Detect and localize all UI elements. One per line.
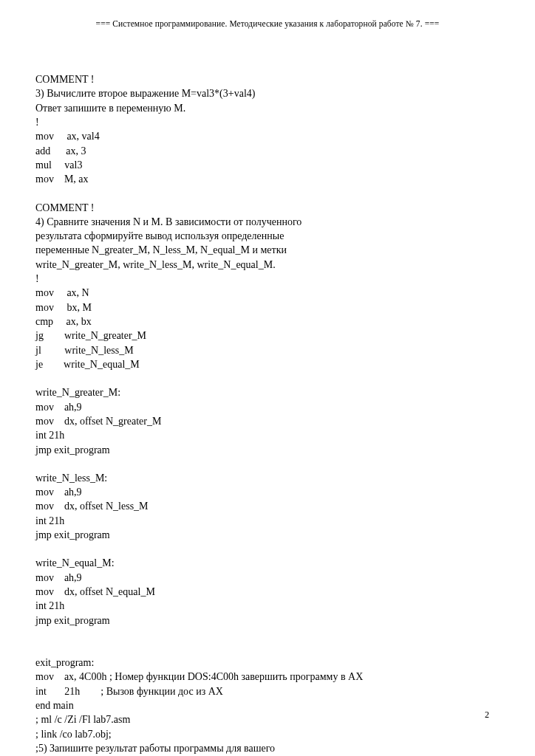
code-line: переменные N_greater_M, N_less_M, N_equa…: [35, 243, 500, 257]
code-line: ; ml /c /Zi /Fl lab7.asm: [35, 712, 500, 726]
blank-line: [35, 187, 500, 201]
code-line: !: [35, 115, 500, 129]
code-line: mov M, ax: [35, 172, 500, 186]
code-line: int 21h ; Вызов функции дос из AX: [35, 684, 500, 698]
code-line: COMMENT !: [35, 201, 500, 215]
code-line: Ответ запишите в переменную M.: [35, 101, 500, 115]
code-line: exit_program:: [35, 656, 500, 670]
code-line: !: [35, 272, 500, 286]
blank-line: [35, 642, 500, 656]
code-line: 3) Вычислите второе выражение M=val3*(3+…: [35, 86, 500, 100]
code-line: mov ax, 4C00h ; Номер функции DOS:4C00h …: [35, 670, 500, 684]
code-line: ;5) Запишите результат работы программы …: [35, 741, 500, 755]
code-line: cmp ax, bx: [35, 315, 500, 329]
code-line: mov dx, offset N_equal_M: [35, 585, 500, 599]
blank-line: [35, 371, 500, 385]
code-line: write_N_greater_M, write_N_less_M, write…: [35, 258, 500, 272]
code-line: mov ah,9: [35, 571, 500, 585]
page-number: 2: [485, 709, 489, 721]
code-line: add ax, 3: [35, 144, 500, 158]
code-line: int 21h: [35, 599, 500, 613]
code-line: write_N_greater_M:: [35, 385, 500, 399]
code-line: ; link /co lab7.obj;: [35, 727, 500, 741]
code-line: COMMENT !: [35, 72, 500, 86]
code-line: end main: [35, 698, 500, 712]
code-line: mov ax, val4: [35, 129, 500, 143]
page: === Системное программирование. Методиче…: [0, 0, 535, 756]
blank-line: [35, 542, 500, 556]
code-line: 4) Сравните значения N и M. В зависимост…: [35, 215, 500, 229]
page-header: === Системное программирование. Методиче…: [35, 19, 500, 28]
code-line: jmp exit_program: [35, 443, 500, 457]
code-line: int 21h: [35, 428, 500, 442]
code-line: jmp exit_program: [35, 614, 500, 628]
code-line: результата сформируйте вывод используя о…: [35, 229, 500, 243]
code-line: mov ah,9: [35, 485, 500, 499]
code-line: mov dx, offset N_greater_M: [35, 414, 500, 428]
code-line: int 21h: [35, 514, 500, 528]
code-line: mov ah,9: [35, 400, 500, 414]
document-body: COMMENT ! 3) Вычислите второе выражение …: [35, 72, 500, 756]
code-line: write_N_less_M:: [35, 471, 500, 485]
code-line: mul val3: [35, 158, 500, 172]
code-line: write_N_equal_M:: [35, 556, 500, 570]
blank-line: [35, 628, 500, 642]
code-line: jg write_N_greater_M: [35, 329, 500, 343]
code-line: jmp exit_program: [35, 528, 500, 542]
code-line: mov dx, offset N_less_M: [35, 499, 500, 513]
code-line: mov bx, M: [35, 300, 500, 315]
blank-line: [35, 457, 500, 471]
code-line: je write_N_equal_M: [35, 357, 500, 371]
code-line: mov ax, N: [35, 286, 500, 300]
code-line: jl write_N_less_M: [35, 343, 500, 357]
